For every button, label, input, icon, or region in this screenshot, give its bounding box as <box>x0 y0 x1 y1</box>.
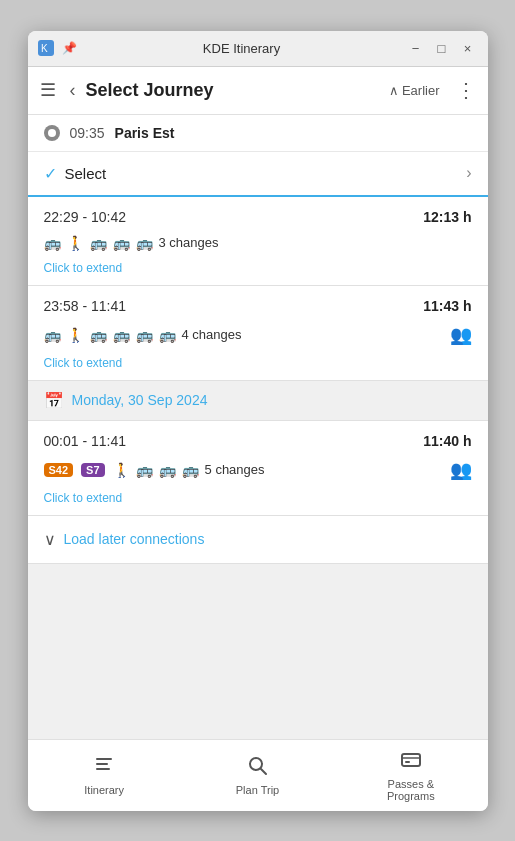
earlier-button[interactable]: ∧ Earlier <box>383 79 446 102</box>
select-row[interactable]: ✓ Select › <box>28 152 488 197</box>
bus-icon-j2-3: 🚌 <box>113 327 130 343</box>
bus-icon-j2-2: 🚌 <box>90 327 107 343</box>
journey-card-3: 00:01 - 11:41 11:40 h S42 S7 🚶 🚌 🚌 🚌 5 c… <box>28 421 488 516</box>
svg-rect-4 <box>96 763 108 765</box>
window-controls: − □ × <box>404 36 480 60</box>
journey-1-duration: 12:13 h <box>423 209 471 225</box>
up-icon: ∧ <box>389 83 399 98</box>
journey-card-2: 23:58 - 11:41 11:43 h 🚌 🚶 🚌 🚌 🚌 🚌 4 chan… <box>28 286 488 381</box>
journey-1-header: 22:29 - 10:42 12:13 h <box>28 197 488 231</box>
group-icon-j2: 👥 <box>450 324 472 346</box>
badge-s7: S7 <box>81 463 104 477</box>
back-button[interactable]: ‹ <box>66 76 80 105</box>
check-icon: ✓ <box>44 164 57 183</box>
bus-icon-j3-3: 🚌 <box>182 462 199 478</box>
bus-icon-2: 🚌 <box>90 235 107 251</box>
bottom-navigation: Itinerary Plan Trip Passes &Programs <box>28 739 488 811</box>
hamburger-menu-button[interactable]: ☰ <box>36 75 60 105</box>
journey-3-duration: 11:40 h <box>423 433 471 449</box>
bus-icon-j3-1: 🚌 <box>136 462 153 478</box>
group-icon-j3: 👥 <box>450 459 472 481</box>
chevron-down-icon: ∨ <box>44 530 56 549</box>
page-title: Select Journey <box>86 80 377 101</box>
passes-programs-label: Passes &Programs <box>387 778 435 802</box>
titlebar-app-icons: K 📌 <box>36 38 80 58</box>
more-options-button[interactable]: ⋮ <box>452 74 480 106</box>
journey-1-extend[interactable]: Click to extend <box>28 261 488 285</box>
app-icon: K <box>36 38 56 58</box>
passes-icon <box>400 748 422 775</box>
calendar-icon: 📅 <box>44 391 64 410</box>
select-row-left: ✓ Select <box>44 164 107 183</box>
station-row: 09:35 Paris Est <box>28 115 488 152</box>
walk-icon-1: 🚶 <box>67 235 84 251</box>
select-label: Select <box>65 165 107 182</box>
station-indicator <box>44 125 60 141</box>
maximize-button[interactable]: □ <box>430 36 454 60</box>
nav-passes-programs[interactable]: Passes &Programs <box>334 740 487 811</box>
bus-icon-3: 🚌 <box>113 235 130 251</box>
bus-icon-j3-2: 🚌 <box>159 462 176 478</box>
svg-line-7 <box>261 769 266 774</box>
content-area: 09:35 Paris Est ✓ Select › 22:29 - 10:42… <box>28 115 488 739</box>
station-name: Paris Est <box>115 125 175 141</box>
header-bar: ☰ ‹ Select Journey ∧ Earlier ⋮ <box>28 67 488 115</box>
svg-rect-8 <box>402 754 420 766</box>
journey-3-header: 00:01 - 11:41 11:40 h <box>28 421 488 455</box>
bus-icon-j2-5: 🚌 <box>159 327 176 343</box>
journey-1-times: 22:29 - 10:42 <box>44 209 127 225</box>
journey-2-changes: 4 changes <box>182 327 242 342</box>
itinerary-icon <box>93 754 115 781</box>
journey-2-header: 23:58 - 11:41 11:43 h <box>28 286 488 320</box>
minimize-button[interactable]: − <box>404 36 428 60</box>
date-text: Monday, 30 Sep 2024 <box>72 392 208 408</box>
earlier-label: Earlier <box>402 83 440 98</box>
nav-itinerary[interactable]: Itinerary <box>28 740 181 811</box>
load-later-button[interactable]: ∨ Load later connections <box>28 516 488 564</box>
bus-icon-4: 🚌 <box>136 235 153 251</box>
select-arrow-icon: › <box>466 164 471 182</box>
journey-2-duration: 11:43 h <box>423 298 471 314</box>
walk-icon-j3: 🚶 <box>113 462 130 478</box>
journey-1-details: 🚌 🚶 🚌 🚌 🚌 3 changes <box>28 231 488 261</box>
svg-rect-10 <box>405 761 410 763</box>
svg-rect-3 <box>96 758 112 760</box>
journey-3-details: S42 S7 🚶 🚌 🚌 🚌 5 changes 👥 <box>28 455 488 491</box>
nav-plan-trip[interactable]: Plan Trip <box>181 740 334 811</box>
svg-point-6 <box>250 758 262 770</box>
titlebar: K 📌 KDE Itinerary − □ × <box>28 31 488 67</box>
svg-point-2 <box>48 129 56 137</box>
journey-1-changes: 3 changes <box>159 235 219 250</box>
load-later-label: Load later connections <box>64 531 205 547</box>
itinerary-label: Itinerary <box>84 784 124 796</box>
journey-card-1: 22:29 - 10:42 12:13 h 🚌 🚶 🚌 🚌 🚌 3 change… <box>28 197 488 286</box>
station-time: 09:35 <box>70 125 105 141</box>
journey-3-changes: 5 changes <box>205 462 265 477</box>
bus-icon-j2-1: 🚌 <box>44 327 61 343</box>
journey-2-details: 🚌 🚶 🚌 🚌 🚌 🚌 4 changes 👥 <box>28 320 488 356</box>
walk-icon-j2: 🚶 <box>67 327 84 343</box>
date-separator: 📅 Monday, 30 Sep 2024 <box>28 381 488 421</box>
bus-icon-j2-4: 🚌 <box>136 327 153 343</box>
plan-trip-icon <box>246 754 268 781</box>
svg-rect-5 <box>96 768 110 770</box>
plan-trip-label: Plan Trip <box>236 784 279 796</box>
window-title: KDE Itinerary <box>80 41 404 56</box>
journey-3-extend[interactable]: Click to extend <box>28 491 488 515</box>
badge-s42: S42 <box>44 463 74 477</box>
pin-icon: 📌 <box>60 38 80 58</box>
bus-icon-1: 🚌 <box>44 235 61 251</box>
journey-3-times: 00:01 - 11:41 <box>44 433 127 449</box>
journey-2-extend[interactable]: Click to extend <box>28 356 488 380</box>
journey-2-times: 23:58 - 11:41 <box>44 298 127 314</box>
svg-text:K: K <box>41 43 48 54</box>
close-button[interactable]: × <box>456 36 480 60</box>
